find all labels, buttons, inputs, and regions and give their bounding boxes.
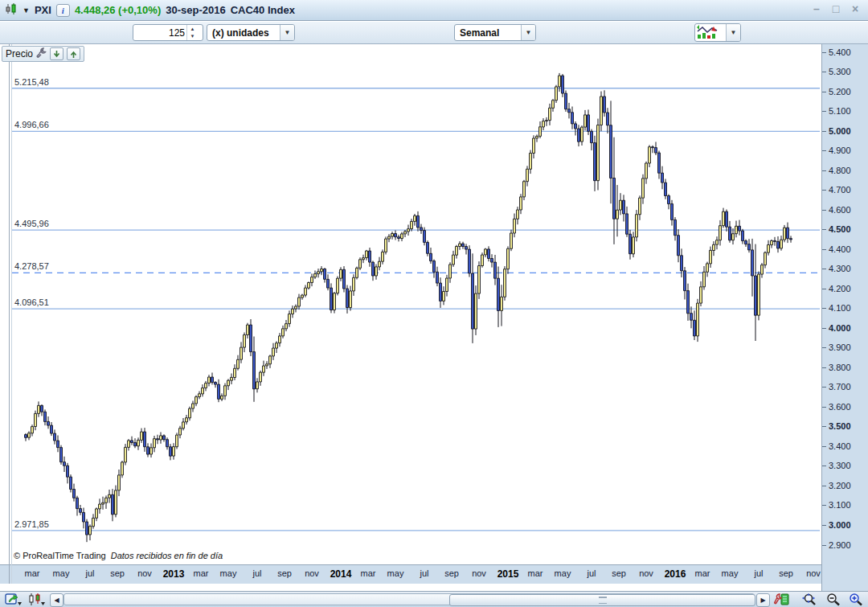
price-level-label[interactable]: 4.495,96	[14, 219, 50, 228]
candlestick-chart[interactable]	[0, 0, 868, 607]
end-of-day-note: Datos recibidos en fin de día	[111, 551, 223, 560]
price-level-label[interactable]: 5.215,48	[14, 77, 50, 87]
copyright-label: © ProRealTime Trading	[14, 551, 106, 560]
price-level-label[interactable]: 2.971,85	[14, 519, 50, 529]
price-level-label[interactable]: 4.096,51	[14, 297, 50, 307]
wrench-icon[interactable]	[36, 47, 47, 60]
candles	[28, 76, 786, 535]
candles	[25, 76, 792, 535]
candles	[26, 73, 791, 542]
price-panel-tab[interactable]: Precio	[2, 46, 84, 62]
data-provider-note: © ProRealTime TradingDatos recibidos en …	[14, 551, 223, 560]
trading-app-window: { "window": { "symbol": "PXI", "quote": …	[0, 0, 868, 607]
price-panel-label: Precio	[6, 48, 33, 59]
price-level-label[interactable]: 4.278,57	[14, 261, 50, 271]
move-panel-up-icon[interactable]	[67, 47, 80, 60]
price-level-label[interactable]: 4.996,66	[14, 120, 50, 129]
move-panel-down-icon[interactable]	[50, 47, 63, 60]
